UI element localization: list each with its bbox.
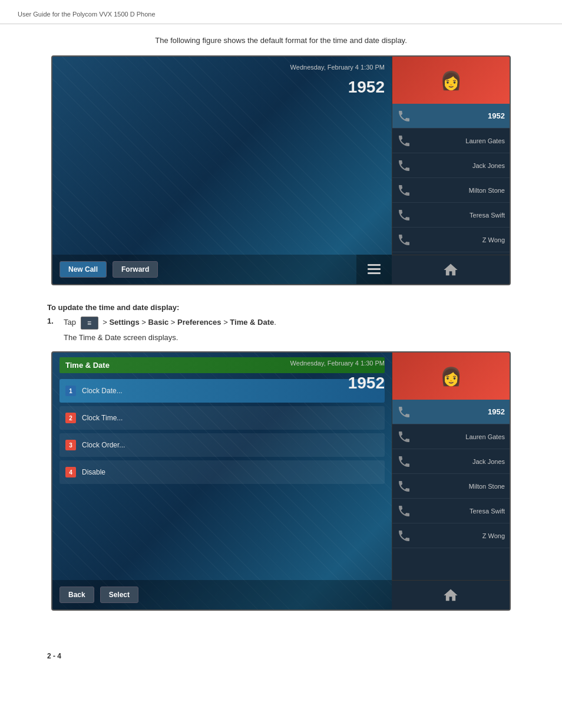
sidebar2-line-6[interactable]: Z Wong [392,523,510,548]
sidebar2-line-1[interactable]: 1952 [392,400,510,424]
sidebar2-name-6: Z Wong [482,532,505,539]
screen1-datetime: Wednesday, February 4 1:30 PM [290,63,385,71]
screen1-extension: 1952 [348,78,392,97]
sidebar2-name-2: Lauren Gates [465,433,505,440]
menu-icon-inline[interactable]: ≡ [81,317,98,330]
step-text-1: Tap ≡ > Settings > Basic > Preferences >… [64,317,276,330]
page-content: The following figure shows the default f… [0,24,562,640]
select-button[interactable]: Select [100,587,138,603]
sidebar-line-2[interactable]: Lauren Gates [392,129,510,153]
sidebar-line-5[interactable]: Teresa Swift [392,203,510,228]
screen1-photo: 👩 [392,57,510,104]
screen1-bottom-bar: New Call Forward [52,255,392,284]
phone-icon-3 [397,159,411,173]
sidebar2-name-3: Jack Jones [472,458,505,465]
sidebar-line-4[interactable]: Milton Stone [392,178,510,203]
step-number-1: 1. [47,317,59,325]
screen1-menu-icon[interactable] [356,255,392,284]
phone-icon-6 [397,233,411,247]
phone-icon-4 [397,183,411,197]
back-button[interactable]: Back [59,587,94,603]
menu-item-label-1: Clock Date... [82,387,123,395]
svg-rect-2 [368,272,381,274]
menu-item-clock-date[interactable]: 1 Clock Date... [59,379,385,403]
menu-item-clock-order[interactable]: 3 Clock Order... [59,433,385,457]
phone-screen-1: Wednesday, February 4 1:30 PM 1952 👩 195… [51,55,511,285]
sidebar-name-4: Milton Stone [469,187,505,194]
new-call-button[interactable]: New Call [59,261,107,278]
forward-button[interactable]: Forward [113,261,158,278]
screen1-photo-face: 👩 [392,57,510,104]
phone2-icon-4 [397,479,411,493]
phone-icon-1 [397,109,411,123]
sidebar-name-3: Jack Jones [472,162,505,169]
phone2-icon-5 [397,504,411,518]
screen1-sidebar: 👩 1952 Lauren Gates Jack [392,57,510,284]
screen1-home-btn[interactable] [392,255,510,284]
menu-item-num-1: 1 [65,386,76,396]
sidebar-line-3[interactable]: Jack Jones [392,153,510,178]
screen2-extension: 1952 [348,374,392,393]
sidebar-line-1[interactable]: 1952 [392,104,510,129]
menu-item-label-3: Clock Order... [82,441,125,449]
screen2-main: Time & Date 1 Clock Date... 2 Clock Time… [52,353,392,580]
phone2-icon-2 [397,430,411,444]
menu-item-num-4: 4 [65,467,76,477]
svg-rect-0 [368,264,381,266]
page-header: User Guide for the Polycom VVX 1500 D Ph… [0,0,562,24]
sub-text: The Time & Date screen displays. [64,333,515,342]
screen1-topbar: Wednesday, February 4 1:30 PM [52,57,392,78]
sidebar2-line-4[interactable]: Milton Stone [392,474,510,499]
phone2-icon-6 [397,529,411,543]
menu-item-clock-time[interactable]: 2 Clock Time... [59,406,385,430]
sidebar-name-6: Z Wong [482,236,505,243]
sidebar2-line-2[interactable]: Lauren Gates [392,424,510,449]
phone2-icon-3 [397,454,411,469]
screen2-photo-face: 👩 [392,353,510,400]
screen2-sidebar: 👩 1952 Lauren Gates Jack [392,353,510,610]
header-text: User Guide for the Polycom VVX 1500 D Ph… [18,11,156,18]
svg-rect-1 [368,268,381,270]
menu-item-label-4: Disable [82,468,105,476]
page-footer: 2 - 4 [0,640,562,672]
sidebar2-line-5[interactable]: Teresa Swift [392,499,510,523]
menu-item-disable[interactable]: 4 Disable [59,460,385,484]
sidebar-name-2: Lauren Gates [465,137,505,144]
phone-icon-5 [397,208,411,222]
menu-item-label-2: Clock Time... [82,414,123,422]
sidebar2-line-3[interactable]: Jack Jones [392,449,510,474]
sidebar2-name-4: Milton Stone [469,483,505,490]
intro-text: The following figure shows the default f… [47,36,515,45]
sidebar-ext-1: 1952 [488,111,505,120]
sidebar2-name-5: Teresa Swift [470,508,505,515]
page-number: 2 - 4 [47,652,61,660]
screen2-home-btn[interactable] [392,580,510,610]
sidebar2-ext-1: 1952 [488,407,505,416]
phone2-icon-1 [397,405,411,419]
menu-item-num-3: 3 [65,440,76,450]
instructions-section: To update the time and date display: 1. … [47,303,515,342]
sidebar-line-6[interactable]: Z Wong [392,228,510,252]
sidebar-name-5: Teresa Swift [470,212,505,219]
screen2-photo: 👩 [392,353,510,400]
screen2-bottom-bar: Back Select [52,580,392,610]
instructions-step-1: 1. Tap ≡ > Settings > Basic > Preference… [47,317,515,330]
screen2-datetime: Wednesday, February 4 1:30 PM [290,359,385,367]
screen2-topbar: Wednesday, February 4 1:30 PM [52,353,392,374]
instructions-title: To update the time and date display: [47,303,515,312]
phone-screen-2: Wednesday, February 4 1:30 PM 1952 Time … [51,351,511,611]
phone-icon-2 [397,134,411,148]
menu-item-num-2: 2 [65,413,76,423]
